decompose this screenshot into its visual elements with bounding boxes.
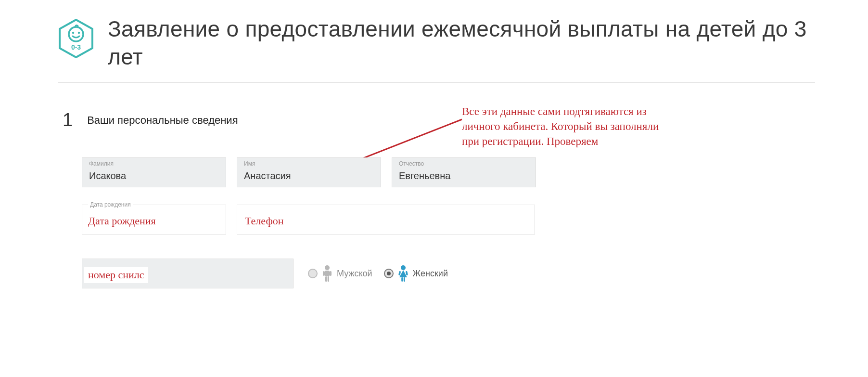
phone-field[interactable]: Телефон (237, 205, 535, 234)
gender-female-option[interactable]: Женский (384, 265, 448, 282)
gender-male-label: Мужской (337, 269, 372, 279)
svg-rect-8 (323, 271, 325, 276)
name-fields-row: Фамилия Исакова Имя Анастасия Отчество Е… (0, 157, 868, 187)
svg-text:0-3: 0-3 (71, 43, 81, 51)
svg-marker-13 (399, 270, 407, 277)
snils-field[interactable]: номер снилс (82, 259, 294, 288)
svg-point-2 (72, 32, 74, 34)
svg-rect-10 (325, 276, 327, 282)
patronymic-label: Отчество (399, 160, 424, 167)
annotation-text: Все эти данные сами подтягиваются из лич… (462, 104, 664, 149)
contact-fields-row: Дата рождения Дата рождения Телефон (0, 205, 868, 234)
gender-female-label: Женский (413, 269, 448, 279)
patronymic-field[interactable]: Отчество Евгеньевна (392, 157, 536, 187)
lastname-label: Фамилия (89, 160, 114, 167)
firstname-field[interactable]: Имя Анастасия (237, 157, 381, 187)
page-header: 0-3 Заявление о предоставлении ежемесячн… (0, 0, 868, 82)
dob-field[interactable]: Дата рождения Дата рождения (82, 205, 226, 234)
firstname-label: Имя (244, 160, 255, 167)
lastname-value: Исакова (89, 170, 219, 182)
svg-point-12 (401, 265, 406, 270)
phone-overlay: Телефон (242, 214, 286, 228)
step-number: 1 (63, 110, 73, 130)
svg-rect-14 (398, 271, 401, 276)
step-title: Ваши персональные сведения (87, 114, 238, 127)
lastname-field[interactable]: Фамилия Исакова (82, 157, 226, 187)
dob-overlay: Дата рождения (85, 214, 159, 228)
snils-overlay: номер снилс (84, 267, 148, 283)
svg-rect-16 (401, 277, 403, 282)
dob-label: Дата рождения (88, 201, 133, 208)
person-female-icon (397, 265, 409, 282)
gender-male-option[interactable]: Мужской (308, 265, 372, 282)
svg-rect-15 (405, 271, 408, 276)
gender-group: Мужской Женский (308, 265, 448, 282)
snils-gender-row: номер снилс Мужской (0, 259, 868, 288)
firstname-value: Анастасия (244, 170, 374, 182)
svg-rect-17 (403, 277, 405, 282)
page-title: Заявление о предоставлении ежемесячной в… (108, 15, 815, 71)
patronymic-value: Евгеньевна (399, 170, 529, 182)
radio-checked-icon (384, 269, 394, 278)
svg-rect-7 (325, 271, 330, 276)
person-male-icon (321, 265, 333, 282)
step-header: 1 Ваши персональные сведения (0, 83, 868, 130)
radio-unchecked-icon (308, 269, 318, 278)
app-badge-icon: 0-3 (58, 18, 94, 61)
svg-rect-9 (330, 271, 332, 276)
svg-point-6 (325, 265, 330, 270)
svg-point-3 (78, 32, 80, 34)
svg-rect-11 (328, 276, 329, 282)
svg-point-1 (69, 27, 83, 41)
